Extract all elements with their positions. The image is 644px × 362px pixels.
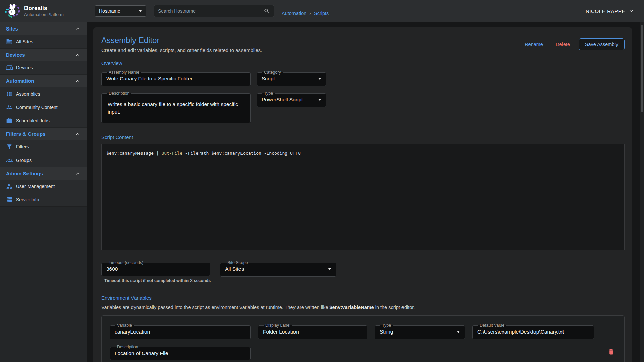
page-title: Assembly Editor [101, 36, 262, 45]
trash-icon [608, 348, 615, 355]
caret-down-icon [318, 78, 321, 80]
caret-down-icon [139, 10, 142, 12]
timeout-input[interactable] [106, 265, 206, 274]
default-value-field: Default Value [472, 323, 594, 339]
overview-section-label: Overview [101, 60, 625, 66]
env-vars-section-label: Environment Variables [101, 295, 625, 301]
sidebar-item-all-sites[interactable]: All Sites [0, 35, 87, 48]
breadcrumb-scripts[interactable]: Scripts [314, 11, 329, 16]
scrollbar-thumb[interactable] [641, 25, 643, 112]
sidebar-item-label: User Management [16, 184, 55, 189]
variable-description-field: Description [110, 345, 251, 360]
script-code-line: $env:canaryMessage | Out-File -FilePath … [106, 150, 620, 156]
sidebar-item-label: Devices [16, 65, 33, 70]
assembly-editor-card: Assembly Editor Create and edit variable… [93, 27, 632, 362]
app-root: Borealis Automation Platform Sites All S… [0, 0, 644, 362]
caret-down-icon [328, 268, 331, 270]
scrollbar-track[interactable] [640, 22, 644, 362]
type-select[interactable]: Type PowerShell Script [257, 91, 326, 107]
sidebar-item-devices[interactable]: Devices [0, 61, 87, 74]
sidebar-menu: Sites All Sites Devices Devices Automati… [0, 22, 87, 206]
sidebar-item-label: Community Content [16, 105, 58, 110]
script-code-editor[interactable]: $env:canaryMessage | Out-File -FilePath … [101, 144, 625, 250]
building-icon [6, 38, 13, 45]
sidebar-item-assemblies[interactable]: Assemblies [0, 87, 87, 101]
sidebar-item-label: Groups [16, 158, 32, 163]
sidebar-item-label: All Sites [16, 39, 33, 44]
devices-icon [6, 64, 13, 71]
sidebar-section-filters-groups[interactable]: Filters & Groups [0, 127, 87, 140]
save-assembly-button[interactable]: Save Assembly [579, 38, 625, 50]
env-vars-description: Variables are dynamically passed into th… [101, 305, 625, 310]
content-area: Assembly Editor Create and edit variable… [87, 22, 644, 362]
user-name: NICOLE RAPPE [586, 8, 625, 14]
topbar: Hostname Automation › Scripts NICOLE RAP… [87, 0, 644, 22]
delete-button[interactable]: Delete [552, 39, 574, 50]
variable-description-input[interactable] [114, 349, 246, 358]
timeout-helper-text: Timeout this script if not completed wit… [104, 278, 211, 283]
brand-subtitle: Automation Platform [24, 12, 64, 17]
variable-name-field: Variable [110, 323, 251, 339]
description-field[interactable]: Description Writes a basic canary file t… [101, 91, 251, 123]
user-gear-icon [6, 183, 13, 190]
hostname-select[interactable]: Hostname [95, 5, 146, 17]
sidebar-item-label: Scheduled Jobs [16, 118, 50, 123]
sidebar-section-sites[interactable]: Sites [0, 22, 87, 35]
chevron-up-icon [74, 170, 81, 177]
page-subtitle: Create and edit variables, scripts, and … [101, 47, 262, 53]
default-value-input[interactable] [477, 328, 590, 336]
sidebar-filler [0, 206, 87, 362]
code-keyword: Out-File [161, 150, 182, 156]
breadcrumb-automation[interactable]: Automation [282, 11, 306, 16]
site-scope-select[interactable]: Site Scope All Sites [220, 260, 336, 277]
borealis-logo [4, 3, 21, 19]
sidebar-item-scheduled-jobs[interactable]: Scheduled Jobs [0, 114, 87, 127]
timeout-field: Timeout (seconds) [101, 260, 210, 276]
sidebar-item-community-content[interactable]: Community Content [0, 101, 87, 114]
chevron-down-icon [628, 8, 635, 14]
search-icon [264, 8, 270, 14]
sidebar-item-groups[interactable]: Groups [0, 154, 87, 167]
sidebar-section-admin-settings[interactable]: Admin Settings [0, 167, 87, 180]
sidebar-section-devices[interactable]: Devices [0, 48, 87, 61]
chevron-up-icon [74, 25, 81, 32]
breadcrumb-separator: › [309, 11, 311, 16]
server-icon [6, 196, 13, 203]
sidebar: Borealis Automation Platform Sites All S… [0, 0, 87, 362]
breadcrumb: Automation › Scripts [282, 11, 329, 16]
apps-grid-icon [6, 90, 13, 97]
sidebar-item-user-management[interactable]: User Management [0, 180, 87, 193]
brand[interactable]: Borealis Automation Platform [0, 0, 87, 22]
script-content-section-label: Script Content [101, 134, 625, 140]
sidebar-item-label: Server Info [16, 197, 39, 202]
display-label-field: Display Label [258, 323, 367, 339]
variable-name-input[interactable] [114, 328, 246, 336]
assembly-name-field: Assembly Name [101, 70, 251, 86]
brand-name: Borealis [24, 5, 64, 12]
chevron-up-icon [74, 78, 81, 84]
groups-icon [6, 157, 13, 164]
briefcase-icon [6, 117, 13, 124]
caret-down-icon [318, 99, 321, 101]
sidebar-item-filters[interactable]: Filters [0, 140, 87, 154]
search-hostname-box [154, 5, 274, 17]
assembly-name-input[interactable] [106, 75, 246, 83]
sidebar-section-automation[interactable]: Automation [0, 74, 87, 87]
sidebar-item-label: Assemblies [16, 91, 40, 97]
main-column: Hostname Automation › Scripts NICOLE RAP… [87, 0, 644, 362]
rename-button[interactable]: Rename [521, 39, 547, 50]
sidebar-item-server-info[interactable]: Server Info [0, 193, 87, 206]
environment-variable-card: Variable Display Label Type String [101, 315, 625, 362]
filter-icon [6, 143, 13, 150]
sidebar-item-label: Filters [16, 144, 29, 149]
category-select[interactable]: Category Script [257, 70, 326, 86]
delete-variable-button[interactable] [606, 347, 616, 358]
header-actions: Rename Delete Save Assembly [521, 38, 625, 50]
display-label-input[interactable] [262, 328, 363, 336]
search-input[interactable] [158, 8, 264, 14]
variable-type-select[interactable]: Type String [375, 323, 465, 339]
people-icon [6, 104, 13, 111]
caret-down-icon [457, 331, 460, 333]
user-menu[interactable]: NICOLE RAPPE [586, 8, 635, 14]
chevron-up-icon [74, 131, 81, 137]
